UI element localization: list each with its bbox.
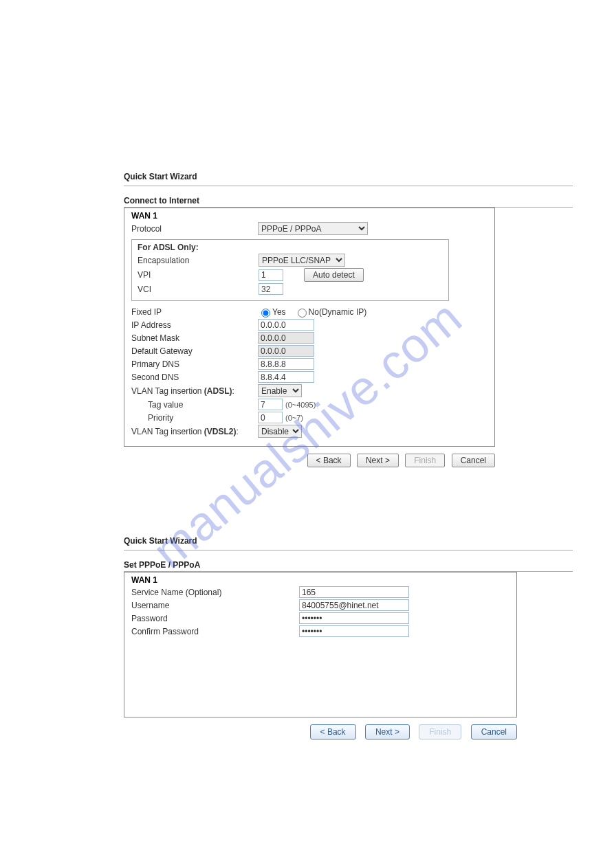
password-input[interactable]: [299, 612, 409, 624]
vci-label: VCI: [138, 285, 259, 294]
encapsulation-select[interactable]: PPPoE LLC/SNAP: [259, 254, 345, 267]
back-button-2[interactable]: < Back: [310, 724, 356, 739]
fixed-ip-label: Fixed IP: [131, 307, 258, 317]
vlan-vdsl-label: VLAN Tag insertion (VDSL2):: [131, 427, 258, 436]
wizard-panel-pppoe: Quick Start Wizard Set PPPoE / PPPoA WAN…: [124, 536, 573, 739]
auto-detect-button[interactable]: Auto detect: [304, 268, 364, 282]
priority-input[interactable]: [258, 412, 283, 423]
panel-pppoe: WAN 1 Service Name (Optional) Username P…: [124, 572, 517, 717]
primary-dns-label: Primary DNS: [131, 359, 258, 369]
username-label: Username: [131, 601, 299, 610]
wan-heading-1: WAN 1: [131, 211, 487, 221]
wizard-title-1: Quick Start Wizard: [124, 172, 573, 186]
ip-address-label: IP Address: [131, 320, 258, 330]
second-dns-input[interactable]: [258, 371, 314, 383]
section-title-connect: Connect to Internet: [124, 196, 573, 208]
button-row-2: < Back Next > Finish Cancel: [124, 724, 517, 739]
vpi-label: VPI: [138, 270, 259, 280]
fixed-ip-yes-radio[interactable]: [261, 309, 270, 318]
primary-dns-input[interactable]: [258, 358, 314, 370]
tag-value-input[interactable]: [258, 399, 283, 410]
username-input[interactable]: [299, 599, 409, 611]
encapsulation-label: Encapsulation: [138, 256, 259, 265]
protocol-label: Protocol: [131, 224, 258, 234]
wan-heading-2: WAN 1: [131, 575, 509, 585]
vlan-vdsl-select[interactable]: Disable: [258, 425, 302, 438]
adsl-only-box: For ADSL Only: Encapsulation PPPoE LLC/S…: [131, 239, 449, 301]
vlan-adsl-select[interactable]: Enable: [258, 384, 302, 397]
adsl-only-heading: For ADSL Only:: [138, 243, 443, 252]
cancel-button-2[interactable]: Cancel: [471, 724, 517, 739]
button-row-1: < Back Next > Finish Cancel: [124, 454, 495, 467]
protocol-select[interactable]: PPPoE / PPPoA: [258, 222, 368, 235]
subnet-mask-input[interactable]: [258, 332, 314, 344]
fixed-ip-yes-label: Yes: [272, 307, 286, 317]
tag-value-label: Tag value: [131, 400, 258, 410]
wizard-panel-connect: Quick Start Wizard Connect to Internet W…: [124, 172, 573, 467]
default-gateway-input[interactable]: [258, 345, 314, 357]
fixed-ip-no-radio[interactable]: [298, 309, 307, 318]
back-button-1[interactable]: < Back: [307, 454, 351, 467]
fixed-ip-no-label: No(Dynamic IP): [309, 307, 367, 317]
wizard-title-2: Quick Start Wizard: [124, 536, 573, 550]
next-button-1[interactable]: Next >: [357, 454, 399, 467]
tag-value-range: (0~4095): [285, 401, 316, 409]
subnet-mask-label: Subnet Mask: [131, 333, 258, 343]
finish-button-2: Finish: [419, 724, 461, 739]
confirm-password-input[interactable]: [299, 625, 409, 637]
priority-label: Priority: [131, 413, 258, 423]
ip-address-input[interactable]: [258, 319, 314, 331]
password-label: Password: [131, 614, 299, 623]
priority-range: (0~7): [285, 414, 303, 422]
vlan-adsl-label: VLAN Tag insertion (ADSL):: [131, 386, 258, 396]
panel-connect: WAN 1 Protocol PPPoE / PPPoA For ADSL On…: [124, 208, 495, 447]
cancel-button-1[interactable]: Cancel: [452, 454, 495, 467]
finish-button-1: Finish: [405, 454, 445, 467]
second-dns-label: Second DNS: [131, 372, 258, 382]
vci-input[interactable]: [259, 283, 283, 295]
default-gateway-label: Default Gateway: [131, 346, 258, 356]
service-name-label: Service Name (Optional): [131, 588, 299, 597]
next-button-2[interactable]: Next >: [365, 724, 410, 739]
section-title-pppoe: Set PPPoE / PPPoA: [124, 560, 573, 572]
vpi-input[interactable]: [259, 269, 283, 281]
confirm-password-label: Confirm Password: [131, 627, 299, 636]
service-name-input[interactable]: [299, 586, 409, 598]
